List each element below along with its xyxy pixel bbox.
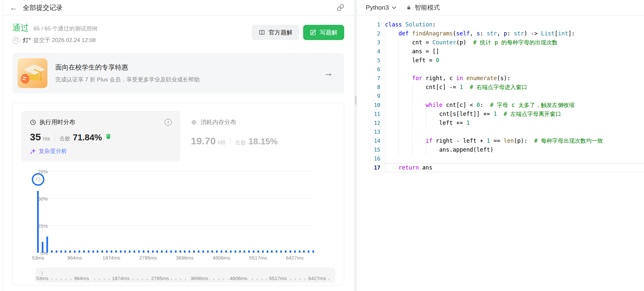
student-promo-banner[interactable]: 面向在校学生的专享特惠 完成认证享 7 折 Plus 会员，享受更多学业及职业成… bbox=[12, 53, 344, 93]
runtime-bar[interactable] bbox=[308, 250, 309, 253]
panel-divider[interactable] bbox=[354, 0, 357, 291]
runtime-bar[interactable] bbox=[285, 250, 287, 253]
runtime-bar[interactable] bbox=[97, 250, 98, 253]
runtime-bar[interactable] bbox=[83, 250, 85, 253]
code-line[interactable]: 4 ans = [] bbox=[357, 47, 644, 56]
username[interactable]: 灯° bbox=[23, 36, 31, 44]
code-line[interactable]: 12 left += 1 bbox=[357, 119, 644, 127]
runtime-bar[interactable] bbox=[276, 250, 277, 253]
runtime-bar[interactable] bbox=[198, 250, 199, 253]
runtime-bar[interactable] bbox=[280, 250, 282, 253]
code-line[interactable]: 1class Solution: bbox=[357, 20, 644, 29]
code-line[interactable]: 2 def findAnagrams(self, s: str, p: str)… bbox=[357, 29, 644, 38]
code-line[interactable]: 14 if right - left + 1 == len(p): # 每种字母… bbox=[357, 136, 644, 145]
editor-panel: Python3 智能模式 1class Solution:2 def findA… bbox=[357, 0, 644, 291]
code-line[interactable]: 11 cnt[s[left]] += 1 # 左端点字母离开窗口 bbox=[357, 110, 644, 119]
runtime-bar[interactable] bbox=[129, 250, 131, 253]
user-avatar[interactable] bbox=[12, 36, 20, 44]
code-line[interactable]: 7 for right, c in enumerate(s): bbox=[357, 74, 644, 83]
language-selector[interactable]: Python3 bbox=[366, 4, 396, 11]
runtime-bar[interactable] bbox=[147, 250, 149, 253]
runtime-bar[interactable] bbox=[79, 250, 80, 253]
runtime-bar[interactable] bbox=[37, 191, 39, 253]
runtime-bar[interactable] bbox=[170, 250, 172, 253]
runtime-bar[interactable] bbox=[115, 250, 117, 253]
copy-link-icon[interactable] bbox=[337, 4, 344, 11]
runtime-bar[interactable] bbox=[188, 250, 190, 253]
code-line[interactable]: 15 ans.append(left) bbox=[357, 145, 644, 154]
runtime-bar[interactable] bbox=[235, 250, 236, 253]
official-solution-button[interactable]: 官方题解 bbox=[252, 25, 299, 40]
runtime-bar[interactable] bbox=[267, 250, 268, 253]
runtime-bar[interactable] bbox=[143, 250, 144, 253]
runtime-bar[interactable] bbox=[216, 250, 218, 253]
runtime-bar[interactable] bbox=[134, 250, 135, 253]
runtime-bar[interactable] bbox=[248, 250, 250, 253]
code-line[interactable]: 5 left = 0 bbox=[357, 56, 644, 65]
runtime-bar[interactable] bbox=[69, 250, 71, 253]
runtime-bar[interactable] bbox=[46, 236, 48, 253]
smart-mode-toggle[interactable]: 智能模式 bbox=[406, 3, 440, 12]
runtime-bar[interactable] bbox=[294, 250, 296, 253]
runtime-bar[interactable] bbox=[299, 250, 300, 253]
divider-handle[interactable] bbox=[355, 96, 356, 105]
chart-brush[interactable]: 53ms964ms1874ms2785ms3696ms4606ms5517ms6… bbox=[36, 267, 335, 283]
runtime-bar[interactable] bbox=[193, 250, 195, 253]
write-solution-button[interactable]: 写题解 bbox=[303, 25, 344, 40]
info-icon[interactable]: i bbox=[165, 119, 172, 126]
code-line[interactable]: 17 return ans bbox=[357, 163, 644, 172]
runtime-bar[interactable] bbox=[225, 250, 227, 253]
code-editor[interactable]: 1class Solution:2 def findAnagrams(self,… bbox=[357, 16, 644, 172]
brush-bar bbox=[328, 278, 330, 280]
runtime-bar[interactable] bbox=[202, 250, 204, 253]
tab-memory-distribution[interactable]: 消耗内存分布 19.70 MB 击败 18.15% bbox=[191, 111, 278, 147]
runtime-bar[interactable] bbox=[42, 242, 43, 253]
runtime-bar[interactable] bbox=[111, 250, 112, 253]
code-line[interactable]: 8 cnt[c] -= 1 # 右端点字母进入窗口 bbox=[357, 83, 644, 92]
runtime-bar[interactable] bbox=[51, 250, 53, 253]
code-line[interactable]: 6 bbox=[357, 65, 644, 74]
tab-runtime-distribution[interactable]: 执行用时分布 i 35 ms 击败 71.84% bbox=[21, 111, 180, 162]
user-submission-marker[interactable] bbox=[32, 173, 44, 186]
complexity-analysis-link[interactable]: 复杂度分析 bbox=[30, 147, 172, 155]
code-line[interactable]: 13 bbox=[357, 127, 644, 136]
runtime-bar[interactable] bbox=[211, 250, 213, 253]
runtime-chart-plot[interactable]: 0%25%50%75% bbox=[36, 170, 315, 253]
back-icon[interactable]: ← bbox=[10, 4, 18, 12]
runtime-bar[interactable] bbox=[243, 250, 245, 253]
runtime-bar[interactable] bbox=[166, 250, 167, 253]
runtime-bar[interactable] bbox=[239, 250, 241, 253]
runtime-bar[interactable] bbox=[138, 250, 140, 253]
runtime-bar[interactable] bbox=[180, 250, 181, 253]
runtime-bar[interactable] bbox=[184, 250, 186, 253]
runtime-bar[interactable] bbox=[124, 250, 126, 253]
runtime-bar[interactable] bbox=[175, 250, 177, 253]
runtime-bar[interactable] bbox=[101, 250, 103, 253]
runtime-bar[interactable] bbox=[303, 250, 305, 253]
runtime-bar[interactable] bbox=[156, 250, 158, 253]
runtime-bar[interactable] bbox=[88, 250, 89, 253]
runtime-bar[interactable] bbox=[257, 250, 259, 253]
runtime-bar[interactable] bbox=[60, 250, 62, 253]
runtime-bar[interactable] bbox=[271, 250, 273, 253]
code-line[interactable]: 16 bbox=[357, 154, 644, 163]
runtime-bar[interactable] bbox=[65, 250, 66, 253]
runtime-bar[interactable] bbox=[92, 250, 94, 253]
code-line[interactable]: 9 bbox=[357, 92, 644, 101]
code-line[interactable]: 3 cnt = Counter(p) # 统计 p 的每种字母的出现次数 bbox=[357, 38, 644, 47]
runtime-bar[interactable] bbox=[262, 250, 264, 253]
runtime-bar[interactable] bbox=[230, 250, 232, 253]
promo-arrow-icon[interactable]: → bbox=[324, 68, 333, 78]
code-line[interactable]: 10 while cnt[c] < 0: # 字母 c 太多了，触发左侧收缩 bbox=[357, 101, 644, 110]
runtime-bar[interactable] bbox=[312, 250, 314, 253]
runtime-bar[interactable] bbox=[74, 250, 76, 253]
runtime-bar[interactable] bbox=[161, 250, 163, 253]
runtime-bar[interactable] bbox=[152, 250, 154, 253]
runtime-bar[interactable] bbox=[207, 250, 209, 253]
runtime-bar[interactable] bbox=[120, 250, 122, 253]
runtime-bar[interactable] bbox=[290, 250, 291, 253]
runtime-bar[interactable] bbox=[56, 250, 57, 253]
runtime-bar[interactable] bbox=[221, 250, 222, 253]
runtime-bar[interactable] bbox=[253, 250, 254, 253]
runtime-bar[interactable] bbox=[106, 250, 108, 253]
